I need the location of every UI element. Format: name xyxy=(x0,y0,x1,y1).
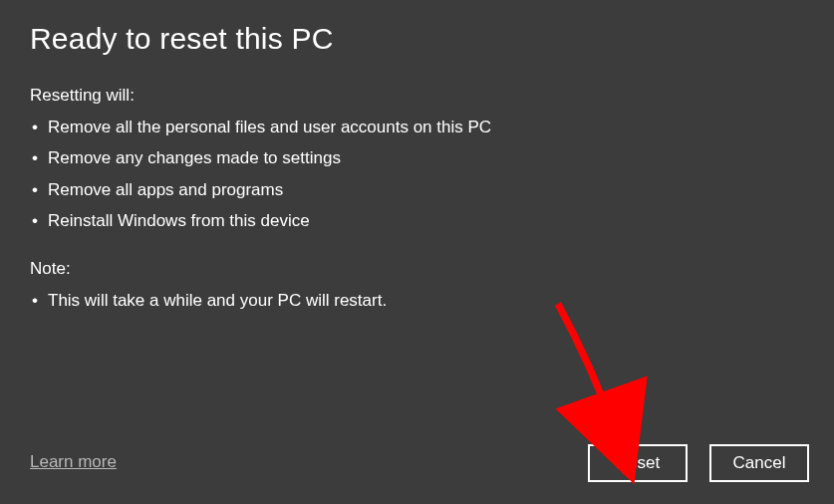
annotation-arrow-icon xyxy=(0,0,834,504)
dialog-title: Ready to reset this PC xyxy=(30,22,804,56)
list-item: Remove all the personal files and user a… xyxy=(30,112,804,142)
list-item: Reinstall Windows from this device xyxy=(30,205,804,236)
resetting-heading: Resetting will: xyxy=(30,86,804,106)
note-heading: Note: xyxy=(30,259,804,279)
reset-button[interactable]: Reset xyxy=(588,444,688,482)
list-item: This will take a while and your PC will … xyxy=(30,285,804,316)
note-list: This will take a while and your PC will … xyxy=(30,285,804,316)
dialog-button-row: Reset Cancel xyxy=(588,444,809,482)
reset-pc-dialog: Ready to reset this PC Resetting will: R… xyxy=(0,0,834,504)
list-item: Remove any changes made to settings xyxy=(30,142,804,173)
list-item: Remove all apps and programs xyxy=(30,174,804,205)
cancel-button[interactable]: Cancel xyxy=(709,444,809,482)
resetting-list: Remove all the personal files and user a… xyxy=(30,112,804,237)
learn-more-link[interactable]: Learn more xyxy=(30,452,117,472)
